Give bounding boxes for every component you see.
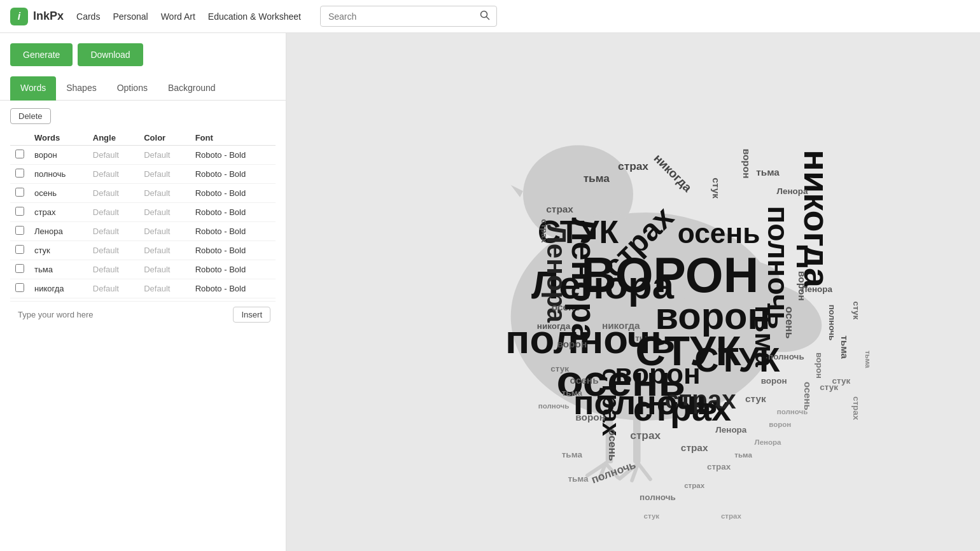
- insert-button[interactable]: Insert: [233, 307, 270, 323]
- svg-text:страх: страх: [618, 160, 648, 172]
- svg-text:полночь: полночь: [589, 458, 637, 486]
- svg-text:стук: стук: [745, 393, 766, 404]
- row-font-2: Roboto - Bold: [190, 184, 276, 203]
- svg-text:тьма: тьма: [864, 351, 872, 368]
- row-word-6: тьма: [29, 260, 88, 279]
- search-button[interactable]: [473, 6, 496, 26]
- row-checkbox-1[interactable]: [15, 169, 24, 178]
- row-checkbox-cell: [10, 222, 29, 241]
- row-color-1: Default: [139, 165, 190, 184]
- svg-marker-4: [511, 185, 523, 197]
- svg-text:ворон: ворон: [815, 352, 824, 379]
- row-angle-4: Default: [88, 222, 139, 241]
- row-word-7: никогда: [29, 279, 88, 298]
- table-row: никогда Default Default Roboto - Bold: [10, 279, 276, 298]
- tab-words[interactable]: Words: [10, 76, 56, 101]
- svg-text:Ленора: Ленора: [715, 425, 746, 435]
- search-input[interactable]: [321, 8, 473, 25]
- col-checkbox: [10, 130, 29, 146]
- row-font-4: Roboto - Bold: [190, 222, 276, 241]
- row-checkbox-cell: [10, 279, 29, 298]
- row-checkbox-4[interactable]: [15, 226, 24, 235]
- svg-text:страх: страх: [684, 482, 704, 489]
- row-checkbox-2[interactable]: [15, 188, 24, 197]
- row-color-3: Default: [139, 203, 190, 222]
- table-row: осень Default Default Roboto - Bold: [10, 184, 276, 203]
- row-checkbox-6[interactable]: [15, 264, 24, 273]
- tab-options[interactable]: Options: [107, 76, 158, 101]
- table-row: страх Default Default Roboto - Bold: [10, 203, 276, 222]
- row-checkbox-3[interactable]: [15, 207, 24, 216]
- nav-personal[interactable]: Personal: [113, 11, 148, 22]
- logo[interactable]: i InkPx: [10, 8, 64, 25]
- svg-text:тьма: тьма: [584, 172, 610, 185]
- generate-button[interactable]: Generate: [10, 43, 73, 66]
- tab-background[interactable]: Background: [158, 76, 226, 101]
- svg-text:стрaх: стрaх: [630, 429, 661, 442]
- col-color: Color: [139, 130, 190, 146]
- canvas-area: никогда осень ВОРОН полночь СТУК ворон с…: [286, 33, 980, 551]
- table-row: тьма Default Default Roboto - Bold: [10, 260, 276, 279]
- nav-education[interactable]: Education & Worksheet: [208, 11, 301, 22]
- row-checkbox-cell: [10, 184, 29, 203]
- row-color-7: Default: [139, 279, 190, 298]
- svg-text:тьма: тьма: [756, 167, 780, 178]
- nav-word-art[interactable]: Word Art: [161, 11, 195, 22]
- word-input-row: Insert: [10, 301, 276, 328]
- svg-text:страх: страх: [681, 442, 708, 453]
- svg-text:полночь: полночь: [640, 492, 676, 502]
- words-panel: Delete Words Angle Color Font ворон Defa…: [0, 101, 286, 551]
- svg-text:страх: страх: [540, 219, 549, 243]
- row-checkbox-cell: [10, 241, 29, 260]
- search-icon: [480, 10, 490, 20]
- row-angle-7: Default: [88, 279, 139, 298]
- row-checkbox-5[interactable]: [15, 245, 24, 254]
- words-table: Words Angle Color Font ворон Default Def…: [10, 130, 276, 298]
- svg-text:стук: стук: [644, 512, 660, 520]
- row-word-3: страх: [29, 203, 88, 222]
- row-angle-0: Default: [88, 146, 139, 165]
- row-checkbox-7[interactable]: [15, 283, 24, 292]
- row-angle-3: Default: [88, 203, 139, 222]
- svg-text:никогда: никогда: [651, 151, 694, 195]
- tab-shapes[interactable]: Shapes: [56, 76, 106, 101]
- row-checkbox-cell: [10, 260, 29, 279]
- svg-text:страх: страх: [851, 396, 861, 421]
- row-checkbox-0[interactable]: [15, 150, 24, 158]
- svg-text:стук: стук: [711, 178, 722, 199]
- svg-text:Ленора: Ленора: [777, 186, 808, 196]
- main-nav: Cards Personal Word Art Education & Work…: [76, 11, 301, 22]
- row-word-2: осень: [29, 184, 88, 203]
- row-checkbox-cell: [10, 203, 29, 222]
- nav-cards[interactable]: Cards: [76, 11, 100, 22]
- download-button[interactable]: Download: [78, 43, 143, 66]
- word-input[interactable]: [15, 307, 228, 322]
- svg-text:полночь: полночь: [827, 305, 837, 341]
- row-word-0: ворон: [29, 146, 88, 165]
- delete-button[interactable]: Delete: [10, 108, 51, 124]
- row-font-6: Roboto - Bold: [190, 260, 276, 279]
- row-angle-2: Default: [88, 184, 139, 203]
- row-checkbox-cell: [10, 165, 29, 184]
- toolbar: Generate Download: [0, 33, 286, 76]
- svg-text:стук: стук: [851, 302, 861, 320]
- row-word-5: стук: [29, 241, 88, 260]
- svg-text:осень: осень: [678, 218, 760, 249]
- table-row: полночь Default Default Roboto - Bold: [10, 165, 276, 184]
- logo-icon: i: [10, 8, 28, 25]
- col-angle: Angle: [88, 130, 139, 146]
- row-color-0: Default: [139, 146, 190, 165]
- svg-text:тьма: тьма: [839, 335, 850, 359]
- svg-text:Ленора: Ленора: [755, 438, 782, 446]
- svg-line-14: [638, 463, 650, 479]
- svg-text:ворон: ворон: [741, 149, 752, 179]
- logo-text: InkPx: [33, 10, 64, 23]
- svg-text:страх: страх: [721, 512, 741, 520]
- svg-text:тьма: тьма: [734, 451, 752, 459]
- wordart-svg: никогда осень ВОРОН полночь СТУК ворон с…: [379, 53, 888, 531]
- row-word-4: Ленора: [29, 222, 88, 241]
- svg-text:никогда: никогда: [602, 320, 640, 331]
- svg-text:Ленора: Ленора: [565, 218, 603, 343]
- svg-text:полночь: полночь: [768, 352, 804, 361]
- svg-line-1: [486, 17, 489, 20]
